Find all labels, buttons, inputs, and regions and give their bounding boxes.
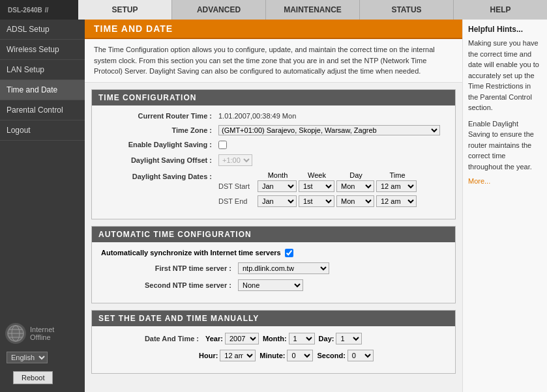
nav-tab-setup[interactable]: SETUP: [78, 0, 172, 20]
logo-model: DSL-2640B: [8, 7, 42, 14]
help-title: Helpful Hints...: [468, 25, 542, 34]
dst-end-time[interactable]: 12 am: [376, 195, 417, 207]
current-time-row: Current Router Time : 1.01.2007,00:38:49…: [101, 112, 446, 120]
time-config-section: TIME CONFIGURATION Current Router Time :…: [91, 89, 456, 219]
second-ntp-row: Second NTP time server : None: [101, 279, 446, 291]
help-text2: Enable Daylight Saving to ensure the rou…: [468, 119, 542, 173]
current-time-label: Current Router Time :: [101, 112, 212, 120]
second-ntp-label: Second NTP time server :: [101, 281, 231, 289]
date-label: Date And Time :: [101, 335, 199, 343]
dst-offset-label: Daylight Saving Offset :: [101, 156, 212, 164]
auto-sync-checkbox[interactable]: [285, 249, 293, 257]
second-ntp-select[interactable]: None: [238, 279, 303, 291]
year-label-text: Year:: [205, 335, 223, 343]
content-area: TIME AND DATE The Time Configuration opt…: [85, 20, 462, 392]
sidebar-item-timedate[interactable]: Time and Date: [0, 80, 85, 100]
date-row: Date And Time : Year: 2007 Month: 1 Day:…: [101, 333, 446, 344]
nav-tab-help[interactable]: HELP: [454, 0, 547, 20]
dst-end-week[interactable]: 1st: [299, 195, 334, 207]
dst-col-time: Time: [376, 171, 419, 179]
enable-dst-row: Enable Daylight Saving :: [101, 141, 446, 149]
second-label-text: Second:: [317, 352, 345, 359]
sidebar: ADSL Setup Wireless Setup LAN Setup Time…: [0, 20, 85, 392]
dst-col-month: Month: [258, 171, 298, 179]
enable-dst-checkbox[interactable]: [218, 141, 227, 149]
sidebar-item-parental[interactable]: Parental Control: [0, 100, 85, 120]
auto-time-section: AUTOMATIC TIME CONFIGURATION Automatical…: [91, 226, 456, 303]
dst-end-month[interactable]: Jan: [258, 195, 297, 207]
dst-col-day: Day: [336, 171, 376, 179]
internet-status-box: InternetOffline: [0, 318, 85, 349]
internet-status-text: InternetOffline: [30, 326, 54, 341]
dst-offset-row: Daylight Saving Offset : +1:00: [101, 154, 446, 166]
time-row: Hour: 12 am Minute: 0 Second: 0: [199, 350, 446, 361]
time-config-body: Current Router Time : 1.01.2007,00:38:49…: [92, 105, 455, 219]
day-select[interactable]: 1: [336, 333, 362, 344]
dst-start-time[interactable]: 12 am: [376, 180, 417, 192]
current-time-value: 1.01.2007,00:38:49 Mon: [218, 112, 296, 120]
sidebar-item-lan[interactable]: LAN Setup: [0, 60, 85, 80]
hour-select[interactable]: 12 am: [220, 350, 256, 361]
auto-time-body: Automatically synchronize with Internet …: [92, 242, 455, 303]
dst-start-week[interactable]: 1st: [299, 180, 334, 192]
timezone-label: Time Zone :: [101, 126, 212, 134]
nav-tab-status[interactable]: STATUS: [360, 0, 454, 20]
timezone-select[interactable]: (GMT+01:00) Sarajevo, Skopje, Warsaw, Za…: [218, 125, 440, 135]
timezone-row: Time Zone : (GMT+01:00) Sarajevo, Skopje…: [101, 125, 446, 135]
dst-offset-select[interactable]: +1:00: [218, 154, 252, 166]
time-config-header: TIME CONFIGURATION: [92, 90, 455, 105]
dst-dates-row: Daylight Saving Dates : Month Week Day T…: [101, 171, 446, 207]
help-text1: Making sure you have the correct time an…: [468, 38, 542, 113]
sidebar-item-logout[interactable]: Logout: [0, 120, 85, 141]
dst-start-label: DST Start: [218, 182, 258, 190]
internet-icon: [5, 323, 26, 344]
manual-time-section: SET THE DATE AND TIME MANUALLY Date And …: [91, 310, 456, 374]
minute-select[interactable]: 0: [287, 350, 313, 361]
year-select[interactable]: 2007: [225, 333, 259, 344]
sidebar-item-wireless[interactable]: Wireless Setup: [0, 40, 85, 60]
auto-time-header: AUTOMATIC TIME CONFIGURATION: [92, 227, 455, 242]
auto-sync-label: Automatically synchronize with Internet …: [101, 249, 281, 257]
manual-time-body: Date And Time : Year: 2007 Month: 1 Day:…: [92, 326, 455, 373]
logo-icon: //: [45, 7, 49, 14]
help-panel: Helpful Hints... Making sure you have th…: [462, 20, 547, 392]
first-ntp-label: First NTP time server :: [101, 264, 231, 272]
hour-label-text: Hour:: [199, 352, 218, 359]
logo: DSL-2640B //: [0, 0, 78, 20]
month-select[interactable]: 1: [289, 333, 315, 344]
reboot-button[interactable]: Reboot: [13, 371, 53, 384]
dst-end-day[interactable]: Mon: [336, 195, 374, 207]
enable-dst-label: Enable Daylight Saving :: [101, 141, 212, 148]
manual-time-header: SET THE DATE AND TIME MANUALLY: [92, 311, 455, 326]
nav-tab-maintenance[interactable]: MAINTENANCE: [266, 0, 360, 20]
language-row: English: [0, 349, 85, 366]
day-label-text: Day:: [319, 335, 334, 343]
first-ntp-select[interactable]: ntp.dlink.com.tw: [238, 262, 329, 274]
second-select[interactable]: 0: [347, 350, 374, 361]
dst-start-month[interactable]: Jan: [258, 180, 297, 192]
first-ntp-row: First NTP time server : ntp.dlink.com.tw: [101, 262, 446, 274]
dst-dates-table: Month Week Day Time DST Start Jan: [218, 171, 419, 207]
nav-tabs: SETUP ADVANCED MAINTENANCE STATUS HELP: [78, 0, 547, 20]
page-description: The Time Configuration option allows you…: [85, 39, 462, 83]
dst-end-label: DST End: [218, 197, 258, 205]
dst-start-day[interactable]: Mon: [336, 180, 374, 192]
month-label-text: Month:: [263, 335, 287, 343]
help-more-link[interactable]: More...: [468, 177, 542, 185]
page-title: TIME AND DATE: [85, 20, 462, 39]
language-select[interactable]: English: [7, 352, 48, 363]
dst-dates-label: Daylight Saving Dates :: [101, 171, 212, 180]
sidebar-item-adsl[interactable]: ADSL Setup: [0, 20, 85, 40]
minute-label-text: Minute:: [259, 352, 285, 359]
dst-col-week: Week: [298, 171, 336, 179]
auto-sync-row: Automatically synchronize with Internet …: [101, 249, 446, 257]
nav-tab-advanced[interactable]: ADVANCED: [172, 0, 266, 20]
